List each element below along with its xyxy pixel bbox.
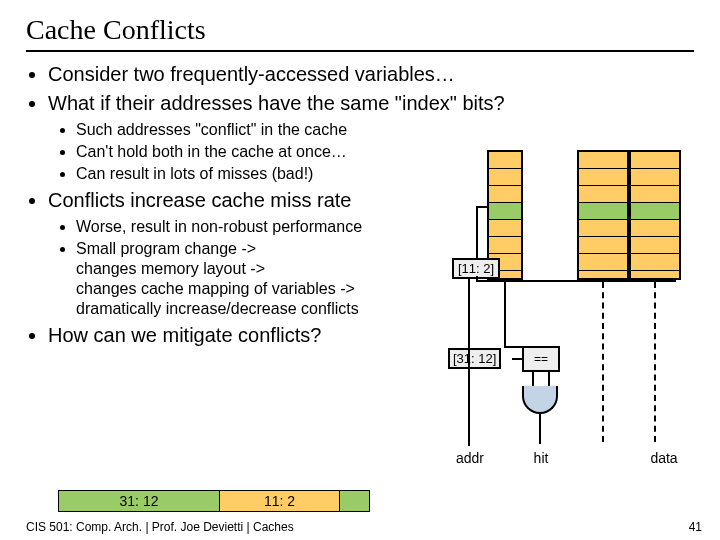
data-label: data (642, 450, 686, 466)
footer-text: CIS 501: Comp. Arch. | Prof. Joe Deviett… (26, 520, 294, 534)
address-bar: 31: 12 11: 2 (58, 490, 370, 512)
wire (532, 370, 534, 386)
wire (512, 358, 524, 360)
hit-label: hit (524, 450, 558, 466)
wire (504, 346, 524, 348)
comparator: == (522, 346, 560, 372)
data-array-col0 (577, 150, 629, 280)
and-gate (522, 386, 558, 414)
addr-tag-segment: 31: 12 (59, 491, 219, 511)
wire-dashed (602, 282, 604, 442)
bullet-text: What if their addresses have the same "i… (48, 92, 505, 114)
sub-bullet: Such addresses "conflict" in the cache (76, 120, 694, 140)
cache-diagram: [11: 2] [31: 12] == addr hit data (462, 150, 702, 490)
data-array-col1 (629, 150, 681, 280)
page-number: 41 (689, 520, 702, 534)
wire (539, 414, 541, 444)
wire (476, 280, 676, 282)
addr-label: addr (450, 450, 490, 466)
wire (476, 206, 487, 208)
slide-title: Cache Conflicts (26, 14, 694, 46)
wire (468, 278, 470, 446)
tag-bits-label: [31: 12] (448, 348, 501, 369)
wire (504, 282, 506, 346)
addr-offset-segment (339, 491, 369, 511)
bullet-text: Conflicts increase cache miss rate (48, 189, 351, 211)
addr-index-segment: 11: 2 (219, 491, 339, 511)
footer: CIS 501: Comp. Arch. | Prof. Joe Deviett… (26, 520, 702, 534)
wire (476, 276, 478, 282)
bullet: Consider two frequently-accessed variabl… (48, 62, 694, 87)
wire (476, 206, 478, 258)
wire (468, 364, 470, 366)
wire-dashed (654, 282, 656, 442)
wire (548, 370, 550, 386)
title-divider (26, 50, 694, 52)
